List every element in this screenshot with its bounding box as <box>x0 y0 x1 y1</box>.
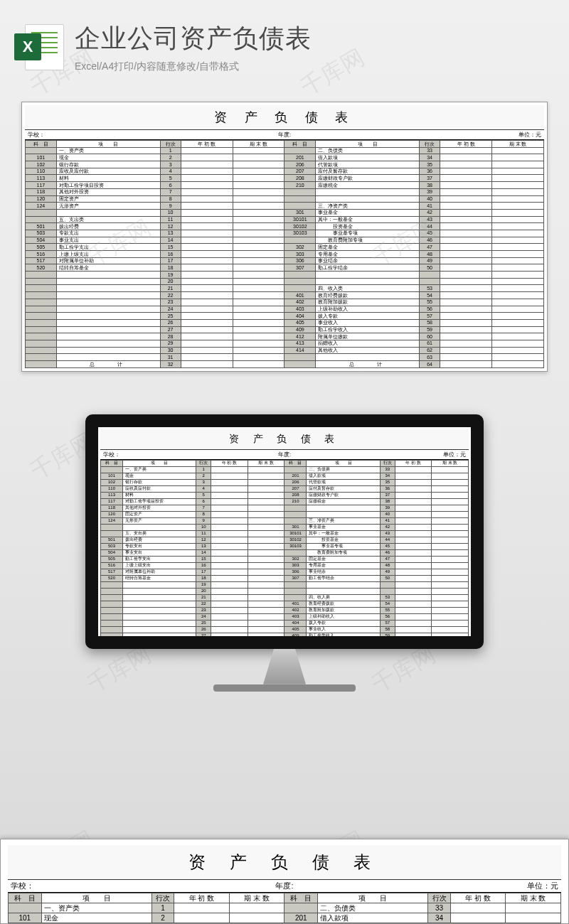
cell-rownum: 37 <box>420 175 440 182</box>
cell-end <box>492 195 544 203</box>
table-row: 517对附属单位补助17306事业结余49 <box>26 257 544 264</box>
cell-end <box>248 601 284 607</box>
cell-end <box>233 306 284 313</box>
cell-code <box>26 313 57 320</box>
cell-item: 二、负债类 <box>316 147 420 154</box>
cell-end <box>492 168 544 175</box>
cell-end <box>432 575 469 581</box>
cell-rownum: 9 <box>196 517 211 524</box>
cell-end <box>233 223 284 230</box>
cell-rownum: 35 <box>420 161 440 168</box>
cell-rownum: 34 <box>420 154 440 161</box>
cell-end <box>248 633 284 639</box>
cell-rownum: 55 <box>380 607 395 613</box>
cell-begin <box>440 313 492 320</box>
cell-begin <box>181 264 233 272</box>
table-row: 20 <box>26 278 544 285</box>
cell-code <box>284 147 316 154</box>
cell-item: 勤工俭学收入 <box>307 633 380 639</box>
cell-begin <box>395 601 432 607</box>
cell-begin <box>181 257 233 264</box>
cell-end <box>492 272 544 279</box>
cell-begin <box>395 607 432 613</box>
col-subject: 科 目 <box>284 460 307 466</box>
sheet-title: 资 产 负 债 表 <box>8 845 561 880</box>
table-row: 118其他对外投资739 <box>101 505 469 511</box>
cell-item <box>307 505 380 511</box>
table-row: 19 <box>101 581 469 588</box>
cell-begin <box>395 517 432 524</box>
cell-code: 409 <box>284 326 316 333</box>
cell-end <box>492 361 544 368</box>
cell-item: 一、资产类 <box>123 466 196 473</box>
cell-begin <box>440 195 492 203</box>
cell-item: 材料 <box>123 492 196 498</box>
cell-code: 405 <box>284 626 307 633</box>
cell-code: 30103 <box>284 543 307 549</box>
cell-item: 固定资产 <box>123 511 196 517</box>
cell-end <box>248 645 284 649</box>
cell-code: 102 <box>101 479 123 485</box>
cell-begin <box>440 299 492 306</box>
table-row: 24403上级补助收入56 <box>26 306 544 313</box>
cell-item: 附属单位缴款 <box>307 639 380 645</box>
table-row: 501拨出经费1230102 投资基金44 <box>101 537 469 543</box>
table-row: 117对勤工俭学项目投资6210应缴税金38 <box>26 182 544 189</box>
cell-begin <box>440 223 492 230</box>
cell-rownum: 19 <box>196 581 211 588</box>
cell-end <box>492 292 544 299</box>
cell-item: 应缴税金 <box>307 498 380 505</box>
cell-item <box>123 581 196 588</box>
page-title: 企业公司资产负债表 <box>75 21 555 56</box>
cell-item: 事业收入 <box>307 626 380 633</box>
excel-icon-letter: X <box>14 33 41 60</box>
cell-code <box>284 285 316 292</box>
cell-end <box>432 524 469 530</box>
cell-begin <box>181 278 233 285</box>
cell-end <box>492 188 544 195</box>
cell-code: 120 <box>101 511 123 517</box>
cell-item <box>56 299 160 306</box>
cell-end <box>506 903 561 913</box>
cell-begin <box>181 237 233 244</box>
cell-begin <box>395 556 432 562</box>
cell-rownum: 18 <box>196 575 211 581</box>
cell-rownum: 57 <box>420 313 440 320</box>
cell-item: 专用基金 <box>307 562 380 569</box>
cell-item: 现金 <box>56 154 160 161</box>
cell-end <box>233 319 284 326</box>
cell-code <box>26 340 57 347</box>
cell-code <box>101 588 123 594</box>
cell-item: 借入款项 <box>307 473 380 479</box>
cell-item <box>56 209 160 216</box>
cell-end <box>233 285 284 292</box>
cell-begin <box>211 645 248 649</box>
cell-end <box>492 333 544 340</box>
cell-rownum: 9 <box>160 203 181 210</box>
cell-end <box>233 195 284 203</box>
balance-sheet-table: 科 目项 目行次年 初 数期 末 数科 目项 目行次年 初 数期 末 数 一、资… <box>8 893 561 924</box>
cell-begin <box>395 505 432 511</box>
cell-code: 117 <box>101 498 123 505</box>
sheet-info-row: 学校： 年度: 单位：元 <box>8 880 561 893</box>
cell-begin <box>450 903 506 913</box>
cell-item: 事业结余 <box>316 257 420 264</box>
cell-item: 现金 <box>123 473 196 479</box>
cell-begin <box>181 244 233 251</box>
cell-item <box>123 601 196 607</box>
cell-begin <box>440 175 492 182</box>
cell-item: 二、负债类 <box>307 466 380 473</box>
cell-code: 30102 <box>284 537 307 543</box>
cell-item: 专用基金 <box>316 251 420 258</box>
sheet-title: 资 产 负 债 表 <box>25 105 544 130</box>
table-row: 505勤工俭学支出15302固定基金47 <box>101 556 469 562</box>
cell-begin <box>440 216 492 223</box>
cell-rownum: 58 <box>380 626 395 633</box>
cell-begin <box>395 594 432 601</box>
cell-end <box>233 216 284 223</box>
table-row: 102银行存款3206代管款项35 <box>101 479 469 485</box>
cell-end <box>248 511 284 517</box>
cell-rownum: 40 <box>380 511 395 517</box>
cell-rownum: 48 <box>380 562 395 569</box>
cell-end <box>432 517 469 524</box>
